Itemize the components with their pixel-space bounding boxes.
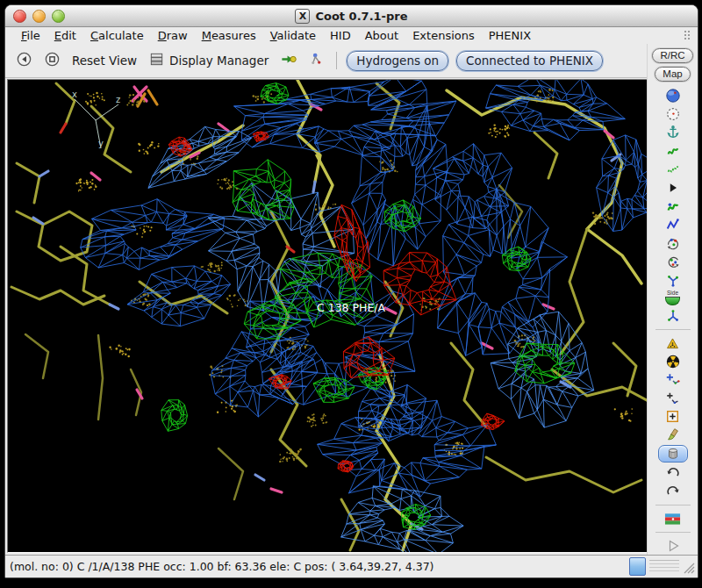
recentre-target-icon: [665, 106, 681, 122]
menu-hid[interactable]: HID: [323, 29, 358, 42]
real-space-refine-zone-icon: [665, 143, 681, 159]
mutate-brush-button[interactable]: [662, 427, 684, 442]
real-space-refine-zone-button[interactable]: [662, 143, 684, 159]
svg-text:y: y: [98, 139, 104, 148]
reset-view-button[interactable]: Reset View: [70, 52, 139, 69]
resize-grip[interactable]: [681, 560, 695, 574]
menu-about[interactable]: About: [358, 29, 405, 42]
add-terminal-residue-icon: [665, 372, 681, 388]
run-refinement-icon: [665, 354, 681, 369]
modelling-icon-stack: Side: [655, 88, 691, 555]
add-atom-icon: [665, 409, 680, 424]
atom-label: C 138 PHE/A: [317, 301, 386, 314]
zoom-window-button[interactable]: [52, 10, 65, 23]
menu-calculate[interactable]: Calculate: [83, 29, 151, 42]
green-arrow-icon: [280, 51, 297, 70]
toolbar-expand-icon: [664, 537, 682, 555]
minimize-window-button[interactable]: [32, 10, 46, 23]
torsion-general-button[interactable]: [662, 272, 684, 288]
mutate-brush-icon: [665, 427, 681, 442]
status-scroll-thumb[interactable]: [629, 557, 646, 576]
rotate-translate-zone-button[interactable]: [662, 198, 684, 214]
flip-sidechain-icon: Side: [665, 290, 680, 305]
menu-file[interactable]: File: [14, 29, 47, 42]
run-refinement-button[interactable]: [662, 354, 684, 369]
toolbar-divider: [655, 329, 691, 330]
redo-button[interactable]: [662, 484, 684, 499]
jed-flip-icon: [665, 308, 681, 324]
menubar-grip[interactable]: [684, 30, 691, 40]
go-back-icon: [16, 51, 32, 70]
toolbar-expand-button[interactable]: [662, 538, 684, 555]
hydrogens-toggle-button[interactable]: Hydrogens on: [347, 51, 448, 71]
screenshot-root: { "window": {"title": "Coot 0.7.1-pre", …: [0, 0, 702, 588]
record-icon: [44, 51, 61, 70]
rotate-translate-zone-icon: [665, 198, 681, 214]
gl-canvas[interactable]: xyzC 138 PHE/A: [7, 79, 648, 553]
delete-item-icon: [665, 446, 681, 462]
refine-residue-icon: [665, 336, 680, 351]
reset-view-label: Reset View: [72, 54, 137, 68]
add-atom-button[interactable]: [662, 409, 684, 425]
display-manager-button[interactable]: Display Manager: [147, 49, 270, 72]
go-to-ligand-button[interactable]: [278, 49, 299, 72]
flag-icon: [664, 513, 681, 526]
recentre-target-button[interactable]: [662, 106, 684, 122]
add-alt-conf-button[interactable]: [662, 391, 684, 406]
display-manager-label: Display Manager: [169, 54, 269, 68]
flag-button[interactable]: [662, 511, 684, 527]
svg-text:z: z: [116, 95, 120, 104]
anchor-atoms-button[interactable]: [662, 125, 684, 140]
delete-item-button[interactable]: [658, 445, 688, 463]
go-back-button[interactable]: [14, 49, 34, 72]
anchor-atoms-icon: [665, 125, 681, 140]
menu-measures[interactable]: Measures: [195, 29, 263, 42]
go-to-atom-button[interactable]: [307, 49, 326, 72]
map-button[interactable]: Map: [655, 67, 690, 82]
regularize-zone-icon: [665, 161, 681, 177]
refine-residue-button[interactable]: [662, 335, 684, 351]
regularize-zone-button[interactable]: [662, 161, 684, 177]
status-grip-lines: [649, 560, 679, 573]
menu-draw[interactable]: Draw: [151, 29, 195, 42]
close-window-button[interactable]: [13, 10, 26, 23]
window-title-text: Coot 0.7.1-pre: [315, 10, 407, 23]
rigid-body-fit-button[interactable]: [662, 180, 684, 196]
view-sphere-button[interactable]: [662, 88, 684, 104]
rotamers-button[interactable]: [662, 235, 684, 251]
add-terminal-residue-button[interactable]: [662, 372, 684, 388]
add-alt-conf-icon: [665, 391, 681, 406]
edit-chi-angles-button[interactable]: [662, 254, 684, 269]
view-sphere-icon: [665, 88, 681, 104]
jed-flip-button[interactable]: [662, 308, 684, 324]
undo-button[interactable]: [662, 465, 684, 481]
canvas-area: xyzC 138 PHE/A: [5, 78, 647, 555]
flip-sidechain-button[interactable]: Side: [662, 290, 684, 306]
status-bar: (mol. no: 0) C /1/A/138 PHE occ: 1.00 bf…: [5, 555, 698, 577]
menu-edit[interactable]: Edit: [47, 29, 83, 42]
toolbar-divider: [655, 505, 691, 506]
main-column: Reset View Display Manager: [5, 44, 647, 555]
title-bar[interactable]: X Coot 0.7.1-pre: [5, 5, 698, 27]
phenix-connection-button[interactable]: Connected to PHENIX: [456, 51, 603, 71]
svg-text:x: x: [72, 90, 77, 99]
rc-mode-button[interactable]: R/RC: [652, 48, 692, 63]
redo-icon: [665, 484, 681, 499]
edit-chi-angles-icon: [665, 254, 681, 269]
axes-gizmo: xyz: [72, 90, 120, 148]
torsion-general-icon: [665, 272, 681, 288]
menu-extensions[interactable]: Extensions: [405, 29, 482, 42]
coot-window: X Coot 0.7.1-pre FileEditCalculateDrawMe…: [4, 4, 698, 578]
menu-validate[interactable]: Validate: [263, 29, 323, 42]
layers-icon: [148, 51, 165, 70]
auto-fit-rotamer-button[interactable]: [662, 217, 684, 233]
auto-fit-rotamer-icon: [665, 217, 681, 233]
content-row: Reset View Display Manager: [5, 44, 698, 555]
rotamers-icon: [665, 235, 681, 251]
record-view-button[interactable]: [42, 49, 62, 72]
molecule-icon: [309, 51, 325, 70]
menu-phenix[interactable]: PHENIX: [482, 29, 538, 42]
toolbar-divider: [655, 532, 691, 533]
menu-bar: FileEditCalculateDrawMeasuresValidateHID…: [5, 27, 698, 44]
right-toolbar: R/RC Map Side: [647, 44, 698, 555]
